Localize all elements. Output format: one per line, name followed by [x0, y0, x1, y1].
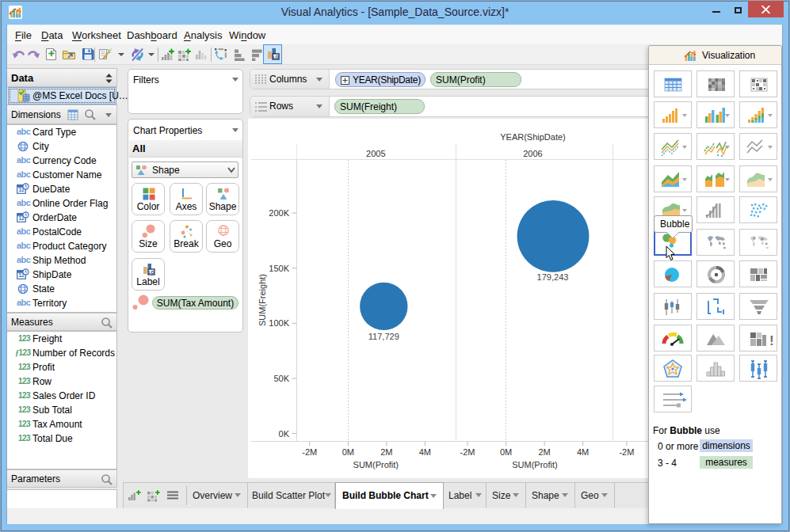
svg-text:SUM(Profit): SUM(Profit)	[353, 460, 399, 469]
svg-text:LO: LO	[273, 55, 279, 59]
svg-text:100K: 100K	[269, 318, 289, 328]
svg-text:0M: 0M	[500, 447, 512, 457]
svg-text:2006: 2006	[523, 149, 542, 158]
svg-text:-2M: -2M	[302, 447, 317, 457]
svg-text:50K: 50K	[273, 374, 289, 383]
svg-text:200K: 200K	[269, 208, 289, 218]
svg-text:-2M: -2M	[460, 447, 475, 457]
svg-text:2M: 2M	[380, 447, 392, 457]
svg-text:179,243: 179,243	[537, 272, 569, 282]
svg-text:117,729: 117,729	[368, 332, 399, 341]
svg-text:YEAR(ShipDate): YEAR(ShipDate)	[500, 132, 566, 142]
svg-text:SUM(Freight): SUM(Freight)	[258, 274, 267, 326]
svg-text:-2M: -2M	[619, 447, 634, 457]
svg-text:LO: LO	[149, 270, 155, 275]
svg-text:150K: 150K	[269, 264, 289, 273]
svg-text:2005: 2005	[366, 149, 385, 158]
svg-text:4M: 4M	[419, 447, 431, 457]
svg-text:!: !	[769, 333, 774, 348]
svg-text:2M: 2M	[538, 447, 550, 457]
svg-text:0M: 0M	[342, 447, 354, 457]
svg-text:SUM(Profit): SUM(Profit)	[512, 460, 557, 469]
svg-text:4M: 4M	[577, 447, 589, 457]
svg-text:0K: 0K	[279, 429, 290, 439]
